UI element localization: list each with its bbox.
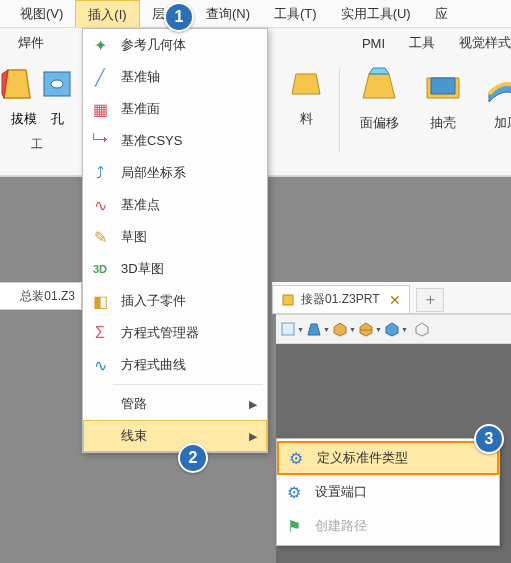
menu-piping[interactable]: 管路▶ [83,388,267,420]
chevron-right-icon: ▶ [249,430,257,443]
gear-blue-icon: ⚙ [285,447,307,469]
svg-marker-12 [334,323,346,336]
insert-menu: ✦参考几何体 ╱基准轴 ▦基准面 ⮡基准CSYS ⤴局部坐标系 ∿基准点 ✎草图… [82,28,268,453]
view-btn-2[interactable]: ▼ [306,318,330,340]
ribbon-tab-weld[interactable]: 焊件 [18,34,44,52]
left-panel-gray [0,310,82,563]
view-btn-5[interactable]: ▼ [384,318,408,340]
view-btn-6[interactable] [410,318,434,340]
svg-marker-5 [363,74,395,98]
curve-icon: ∿ [89,354,111,376]
hole-label[interactable]: 孔 [51,110,64,128]
callout-1: 1 [164,2,194,32]
menu-ref-geometry[interactable]: ✦参考几何体 [83,29,267,61]
menu-utilities[interactable]: 实用工具(U) [329,0,423,27]
menu-tools[interactable]: 工具(T) [262,0,329,27]
callout-2: 2 [178,443,208,473]
menu-equation-mgr[interactable]: Σ方程式管理器 [83,317,267,349]
new-tab-button[interactable]: + [416,288,444,312]
doc-tab-active[interactable]: 接器01.Z3PRT ✕ [272,285,410,313]
svg-rect-10 [282,323,294,335]
axis-icon: ╱ [89,66,111,88]
ribbon-tab-tools[interactable]: 工具 [409,34,435,52]
menu-datum-axis[interactable]: ╱基准轴 [83,61,267,93]
svg-marker-16 [416,323,428,336]
shell-icon[interactable] [421,64,465,108]
ribbon-tab-visual[interactable]: 视觉样式 [459,34,511,52]
view-btn-4[interactable]: ▼ [358,318,382,340]
svg-marker-15 [386,323,398,336]
thicken-label: 加厚 [494,114,511,132]
svg-rect-9 [283,295,293,305]
sketch3d-icon: 3D [89,258,111,280]
view-btn-1[interactable]: ▼ [280,318,304,340]
menu-datum-point[interactable]: ∿基准点 [83,189,267,221]
face-offset-icon[interactable] [357,64,401,108]
view-btn-3[interactable]: ▼ [332,318,356,340]
menu-view[interactable]: 视图(V) [8,0,75,27]
csys-icon: ⮡ [89,130,111,152]
ribbon-small-label: 工 [31,136,43,153]
menu-local-csys[interactable]: ⤴局部坐标系 [83,157,267,189]
view-toolbar: ▼ ▼ ▼ ▼ ▼ [276,314,511,344]
close-icon[interactable]: ✕ [389,292,401,308]
subpart-icon: ◧ [89,290,111,312]
ribbon-tab-pmi[interactable]: PMI [362,36,385,51]
callout-3: 3 [474,424,504,454]
sigma-icon: Σ [89,322,111,344]
submenu-define-standard[interactable]: ⚙ 定义标准件类型 [277,441,499,475]
svg-marker-4 [292,74,320,94]
menubar: 视图(V) 插入(I) 层(A) 查询(N) 工具(T) 实用工具(U) 应 [0,0,511,28]
svg-marker-11 [308,324,320,335]
submenu-set-port[interactable]: ⚙ 设置端口 [277,475,499,509]
menu-equation-curve[interactable]: ∿方程式曲线 [83,349,267,381]
menu-sketch[interactable]: ✎草图 [83,221,267,253]
menu-datum-plane[interactable]: ▦基准面 [83,93,267,125]
menu-app[interactable]: 应 [423,0,460,27]
menu-harness[interactable]: 线束▶ [83,420,267,452]
ref-geom-icon: ✦ [89,34,111,56]
menu-datum-csys[interactable]: ⮡基准CSYS [83,125,267,157]
hole-icon[interactable] [40,64,74,102]
point-icon: ∿ [89,194,111,216]
face-offset-label: 面偏移 [360,114,399,132]
ribbon-separator [339,68,340,152]
draft-label[interactable]: 拔模 [11,110,37,128]
shell-label: 抽壳 [430,114,456,132]
menu-3d-sketch[interactable]: 3D3D草图 [83,253,267,285]
doc-tab-label: 接器01.Z3PRT [301,291,379,308]
port-icon: ⚙ [283,481,305,503]
chevron-right-icon: ▶ [249,398,257,411]
draft-icon[interactable] [0,64,34,102]
doc-icon [281,293,295,307]
menu-insert[interactable]: 插入(I) [75,0,139,27]
doc-tabs: 接器01.Z3PRT ✕ + [272,282,511,314]
material-icon[interactable] [286,64,326,104]
doc-tab-left-label: 总装01.Z3 [20,288,75,305]
doc-tab-left[interactable]: 总装01.Z3 [0,282,82,310]
sketch-icon: ✎ [89,226,111,248]
material-label: 料 [300,110,313,128]
menu-query[interactable]: 查询(N) [194,0,262,27]
thicken-icon[interactable] [485,64,511,108]
menu-insert-subpart[interactable]: ◧插入子零件 [83,285,267,317]
menu-separator [113,384,263,385]
path-icon: ⚑ [283,515,305,537]
svg-marker-8 [431,78,455,94]
local-csys-icon: ⤴ [89,162,111,184]
svg-point-3 [51,80,63,88]
svg-marker-6 [369,68,389,74]
harness-submenu: ⚙ 定义标准件类型 ⚙ 设置端口 ⚑ 创建路径 [276,438,500,546]
submenu-create-path[interactable]: ⚑ 创建路径 [277,509,499,543]
plane-icon: ▦ [89,98,111,120]
